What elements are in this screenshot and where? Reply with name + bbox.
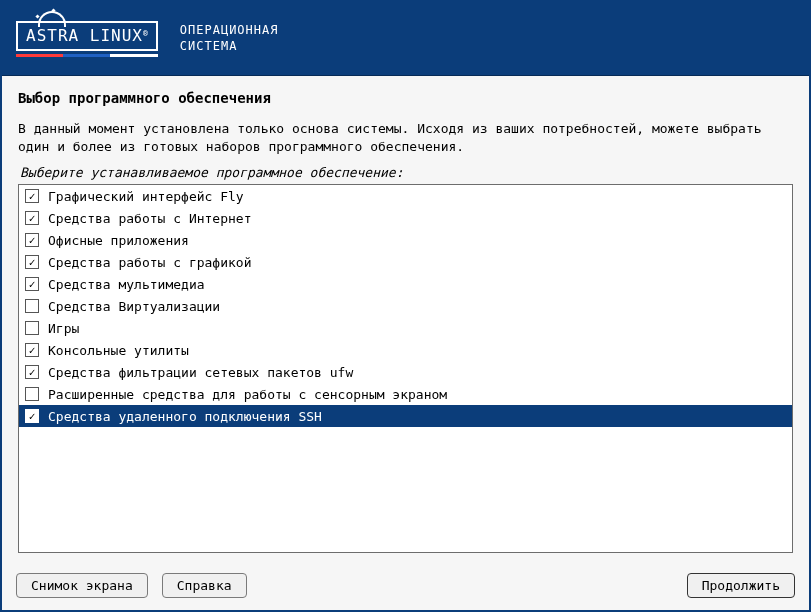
content-area: Выбор программного обеспечения В данный … xyxy=(2,76,809,563)
astra-linux-logo: ASTRA LINUX® xyxy=(16,21,158,57)
checkbox-icon[interactable] xyxy=(25,189,39,203)
software-item-label: Средства Виртуализации xyxy=(48,299,220,314)
software-item-label: Консольные утилиты xyxy=(48,343,189,358)
software-item-label: Средства удаленного подключения SSH xyxy=(48,409,322,424)
footer: Снимок экрана Справка Продолжить xyxy=(2,563,809,610)
page-title: Выбор программного обеспечения xyxy=(18,90,793,106)
software-item[interactable]: Средства работы с графикой xyxy=(19,251,792,273)
page-description: В данный момент установлена только основ… xyxy=(18,120,793,155)
software-item-label: Графический интерфейс Fly xyxy=(48,189,244,204)
help-button[interactable]: Справка xyxy=(162,573,247,598)
continue-button[interactable]: Продолжить xyxy=(687,573,795,598)
checkbox-icon[interactable] xyxy=(25,233,39,247)
checkbox-icon[interactable] xyxy=(25,387,39,401)
software-item-label: Средства фильтрации сетевых пакетов ufw xyxy=(48,365,353,380)
logo-text: ASTRA LINUX xyxy=(26,26,143,45)
software-list[interactable]: Графический интерфейс FlyСредства работы… xyxy=(18,184,793,553)
checkbox-icon[interactable] xyxy=(25,255,39,269)
software-item[interactable]: Расширенные средства для работы с сенсор… xyxy=(19,383,792,405)
software-item[interactable]: Игры xyxy=(19,317,792,339)
software-item-label: Игры xyxy=(48,321,79,336)
software-item[interactable]: Консольные утилиты xyxy=(19,339,792,361)
software-item[interactable]: Средства удаленного подключения SSH xyxy=(19,405,792,427)
checkbox-icon[interactable] xyxy=(25,365,39,379)
checkbox-icon[interactable] xyxy=(25,321,39,335)
software-item[interactable]: Графический интерфейс Fly xyxy=(19,185,792,207)
software-item[interactable]: Средства работы с Интернет xyxy=(19,207,792,229)
software-item-label: Средства работы с Интернет xyxy=(48,211,252,226)
checkbox-icon[interactable] xyxy=(25,409,39,423)
checkbox-icon[interactable] xyxy=(25,343,39,357)
software-item-label: Средства работы с графикой xyxy=(48,255,252,270)
header-subtitle: ОПЕРАЦИОННАЯ СИСТЕМА xyxy=(180,23,279,54)
software-item-label: Офисные приложения xyxy=(48,233,189,248)
checkbox-icon[interactable] xyxy=(25,299,39,313)
software-item[interactable]: Средства фильтрации сетевых пакетов ufw xyxy=(19,361,792,383)
checkbox-icon[interactable] xyxy=(25,277,39,291)
software-item[interactable]: Средства мультимедиа xyxy=(19,273,792,295)
screenshot-button[interactable]: Снимок экрана xyxy=(16,573,148,598)
list-subtitle: Выберите устанавливаемое программное обе… xyxy=(20,165,793,180)
software-item-label: Средства мультимедиа xyxy=(48,277,205,292)
checkbox-icon[interactable] xyxy=(25,211,39,225)
software-item[interactable]: Офисные приложения xyxy=(19,229,792,251)
software-item[interactable]: Средства Виртуализации xyxy=(19,295,792,317)
software-item-label: Расширенные средства для работы с сенсор… xyxy=(48,387,447,402)
header: ASTRA LINUX® ОПЕРАЦИОННАЯ СИСТЕМА xyxy=(2,2,809,76)
